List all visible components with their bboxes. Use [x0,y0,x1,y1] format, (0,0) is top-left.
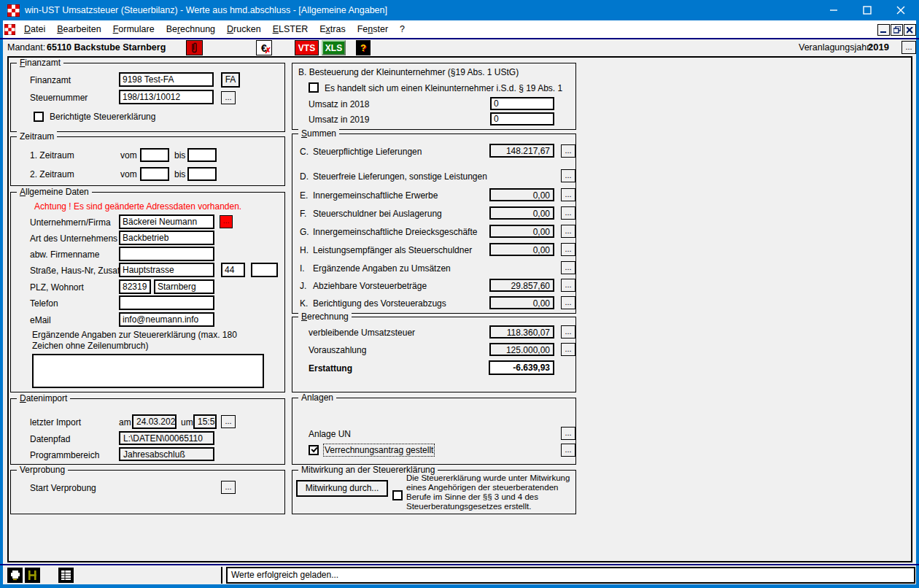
menu-item-elster[interactable]: ELSTER [267,20,314,38]
veranlagungsjahr-more-button[interactable]: ... [901,41,916,54]
summen-more-button[interactable]: ... [561,169,575,182]
mitwirkung-text: Die Steuererklärung wurde unter Mitwirku… [406,473,575,511]
start-verprobung-button[interactable]: ... [221,481,236,494]
steuernummer-input[interactable] [119,90,214,104]
strasse-input[interactable] [119,263,214,277]
vts-button[interactable]: VTS [295,40,319,55]
summen-more-button[interactable]: ... [561,261,575,274]
umsatz-2019-label: Umsatz in 2019 [309,115,369,125]
summen-more-button[interactable]: ... [561,279,575,292]
window-maximize-button[interactable] [850,0,884,20]
finanzamt-input[interactable] [119,72,214,87]
art-input[interactable] [119,231,214,245]
abw-firmenname-input[interactable] [119,247,214,261]
zeitraum1-vom-input[interactable] [140,148,169,162]
verrechnungsantrag-checkbox[interactable] [309,445,319,455]
zeitraum1-bis-input[interactable] [187,148,217,162]
verrechnungsantrag-button[interactable]: ... [561,444,575,457]
menu-item-bearbeiten[interactable]: Bearbeiten [51,20,106,38]
mdi-minimize-button[interactable] [877,24,890,36]
umsatz-2019-input[interactable] [490,112,554,125]
menu-item-fenster[interactable]: Fenster [352,20,394,38]
ort-input[interactable] [154,279,214,294]
verbleibende-ust-more-button[interactable]: ... [561,325,575,339]
import-more-button[interactable]: ... [221,415,236,428]
veranlagungsjahr-label: Veranlagungsjahr: [799,42,872,53]
umsatz-2018-input[interactable] [490,97,554,110]
steuernummer-more-button[interactable]: ... [221,91,236,104]
anlage-un-button[interactable]: ... [561,427,575,440]
ergaenzende-angaben-textarea[interactable] [32,354,264,388]
zusatz-input[interactable] [251,263,278,277]
summen-key: H. [300,245,309,255]
art-label: Art des Unternehmens [30,233,117,244]
xls-button[interactable]: XLS [322,40,346,55]
ergaenzende-angaben-label: Ergänzende Angaben zur Steuererklärung (… [32,330,269,352]
vorauszahlung-more-button[interactable]: ... [561,343,575,356]
firma-input[interactable] [119,214,214,229]
zeitraum-group-title: Zeitraum [17,131,57,142]
summen-value: 29.857,60 [489,279,554,292]
hausnr-input[interactable] [221,263,245,277]
print-status-button[interactable] [7,568,23,583]
window-border-left [0,20,3,585]
mandant-value: 65110 Backstube Starnberg [47,42,166,53]
fa-button[interactable]: FA [221,72,240,88]
berechnung-group: Berechnung verbleibende Umsatzsteuer 118… [292,317,576,392]
mdi-close-button[interactable] [904,24,916,36]
summen-more-button[interactable]: ... [561,144,575,158]
mitwirkung-durch-button[interactable]: Mitwirkung durch... [296,480,388,497]
datenpfad-label: Datenpfad [30,434,70,444]
window-close-button[interactable] [884,0,918,20]
summen-key: F. [300,209,306,219]
menu-item-extras[interactable]: Extras [314,20,351,38]
mdi-restore-button[interactable] [891,24,903,36]
plz-label: PLZ, Wohnort [30,282,84,293]
attachment-button[interactable] [186,40,203,55]
menu-item-formulare[interactable]: Formulare [107,20,160,38]
email-input[interactable] [119,312,214,327]
summen-key: I. [300,263,305,274]
summen-key: E. [300,190,308,201]
h-icon [28,570,37,580]
programmbereich-label: Programmbereich [30,450,99,460]
firma-more-button[interactable]: ... [220,215,233,228]
summen-more-button[interactable]: ... [561,206,575,220]
plz-input[interactable] [119,279,151,294]
berechnung-group-title: Berechnung [298,312,352,322]
status-message: Werte erfolgreich geladen... [226,567,915,584]
finanzamt-label: Finanzamt [30,75,71,85]
zeitraum1-label: 1. Zeitraum [30,150,74,160]
berichtigte-checkbox[interactable] [34,112,44,122]
kleinunternehmer-checkbox[interactable] [309,82,319,93]
verbleibende-ust-label: verbleibende Umsatzsteuer [309,328,415,338]
menu-item-datei[interactable]: Datei [18,20,51,38]
toolbar: Mandant: 65110 Backstube Starnberg € ✗ V… [3,39,916,56]
summen-more-button[interactable]: ... [561,225,575,238]
zeitraum2-bis-input[interactable] [187,167,217,181]
summen-more-button[interactable]: ... [561,243,575,256]
erstattung-label: Erstattung [309,363,352,374]
euro-check-button[interactable]: € ✗ [256,40,272,55]
summen-more-button[interactable]: ... [561,188,575,201]
summen-value: 0,00 [489,243,554,256]
menu-item-drucken[interactable]: Drucken [221,20,267,38]
window-minimize-button[interactable] [817,0,850,20]
print-icon [9,570,20,581]
datenpfad-field: L:\DATEN\00065110 [119,431,214,445]
summen-more-button[interactable]: ... [561,296,575,309]
menu-item-berechnung[interactable]: Berechnung [160,20,221,38]
help-button[interactable]: ? [356,40,371,55]
verbleibende-ust-value: 118.360,07 [489,325,554,339]
import-datum-field: 24.03.2022 [132,414,177,429]
telefon-label: Telefon [30,298,58,309]
mitwirkung-checkbox[interactable] [392,490,403,500]
summen-label: Berichtigung des Vorsteuerabzugs [313,298,446,309]
hmd-status-button[interactable] [25,568,40,583]
summen-label: Ergänzende Angaben zu Umsätzen [313,263,451,274]
table-status-button[interactable] [58,568,74,583]
zeitraum2-vom-input[interactable] [140,167,169,181]
telefon-input[interactable] [119,295,214,310]
menu-item-hilfe[interactable]: ? [394,20,411,38]
strasse-label: Straße, Haus-Nr, Zusatz [30,266,124,276]
